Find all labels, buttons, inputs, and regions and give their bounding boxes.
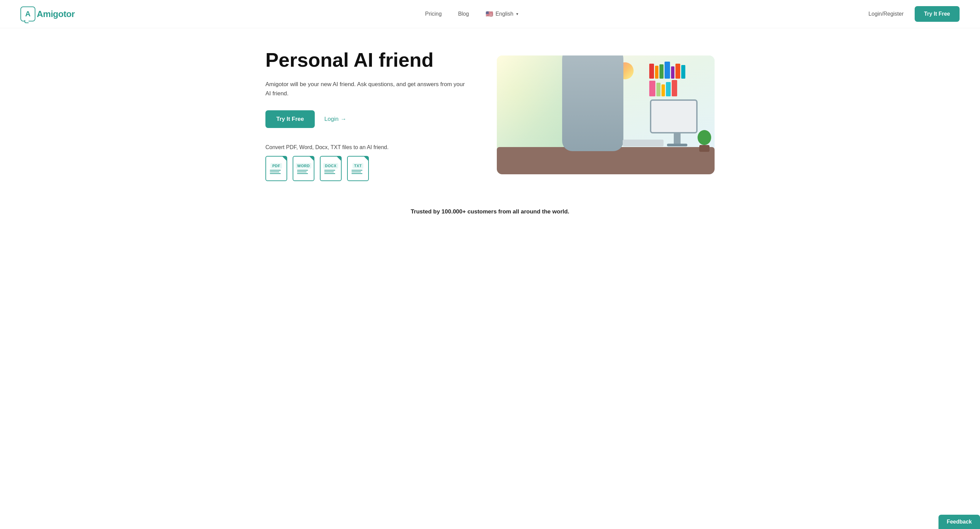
file-icon-txt: TXT xyxy=(347,156,369,181)
book xyxy=(662,84,665,96)
logo-text: Amigotor xyxy=(37,9,75,19)
nav-blog[interactable]: Blog xyxy=(458,11,469,17)
person-body xyxy=(562,56,624,151)
hero-try-it-free-button[interactable]: Try It Free xyxy=(266,110,315,128)
file-icons: PDF WORD DOCX xyxy=(266,156,483,181)
line xyxy=(297,173,308,174)
trusted-section: Trusted by 100.000+ customers from all a… xyxy=(0,195,980,222)
keyboard xyxy=(623,140,663,147)
line xyxy=(270,170,281,170)
file-icon-pdf: PDF xyxy=(266,156,287,181)
hero-left: Personal AI friend Amigotor will be your… xyxy=(266,49,483,181)
book xyxy=(672,80,677,96)
book xyxy=(649,81,655,96)
nav-pricing[interactable]: Pricing xyxy=(425,11,442,17)
book xyxy=(681,65,685,79)
logo-icon: A xyxy=(21,6,35,21)
book xyxy=(649,64,654,79)
nav-login-register[interactable]: Login/Register xyxy=(869,11,904,17)
line xyxy=(352,172,361,172)
logo[interactable]: A Amigotor xyxy=(21,6,75,21)
hero-title: Personal AI friend xyxy=(266,49,483,72)
language-label: English xyxy=(495,11,513,17)
language-flag: 🇺🇸 xyxy=(485,10,493,18)
scene xyxy=(497,56,714,174)
nav-links: Pricing Blog 🇺🇸 English ▾ xyxy=(425,10,518,18)
hero-login-label: Login xyxy=(324,116,339,123)
line xyxy=(352,170,363,170)
nav-language-selector[interactable]: 🇺🇸 English ▾ xyxy=(485,10,518,18)
line xyxy=(324,170,335,170)
navbar: A Amigotor Pricing Blog 🇺🇸 English ▾ Log… xyxy=(0,0,980,28)
shelf-row xyxy=(649,80,712,96)
nav-try-it-free-button[interactable]: Try It Free xyxy=(915,6,959,22)
book xyxy=(656,83,660,96)
file-icon-word: WORD xyxy=(293,156,314,181)
book xyxy=(659,64,663,79)
shelf-row xyxy=(649,62,712,79)
book xyxy=(655,66,659,79)
hero-login-arrow: → xyxy=(340,116,347,123)
monitor-base xyxy=(667,143,687,147)
line xyxy=(352,173,363,174)
logo-letter: A xyxy=(25,10,30,18)
hero-actions: Try It Free Login → xyxy=(266,110,483,128)
file-icon-docx: DOCX xyxy=(320,156,342,181)
book xyxy=(665,62,670,79)
line xyxy=(297,172,307,172)
person xyxy=(562,56,617,148)
book xyxy=(671,66,675,79)
book xyxy=(666,82,671,96)
line xyxy=(324,173,335,174)
line xyxy=(270,173,281,174)
chevron-down-icon: ▾ xyxy=(516,11,518,16)
desk xyxy=(497,147,714,174)
line xyxy=(297,170,308,170)
trusted-text: Trusted by 100.000+ customers from all a… xyxy=(21,208,959,215)
hero-image xyxy=(497,56,714,174)
convert-text: Convert PDF, Word, Docx, TXT files to an… xyxy=(266,144,483,150)
monitor-screen xyxy=(650,99,698,134)
nav-right: Login/Register Try It Free xyxy=(869,6,959,22)
hero-login-link[interactable]: Login → xyxy=(324,116,347,123)
hero-section: Personal AI friend Amigotor will be your… xyxy=(245,28,735,195)
book xyxy=(675,64,680,79)
monitor-stand xyxy=(674,134,681,143)
hero-description: Amigotor will be your new AI friend. Ask… xyxy=(266,80,469,98)
line xyxy=(324,172,334,172)
hero-illustration xyxy=(497,56,714,174)
line xyxy=(270,172,279,172)
